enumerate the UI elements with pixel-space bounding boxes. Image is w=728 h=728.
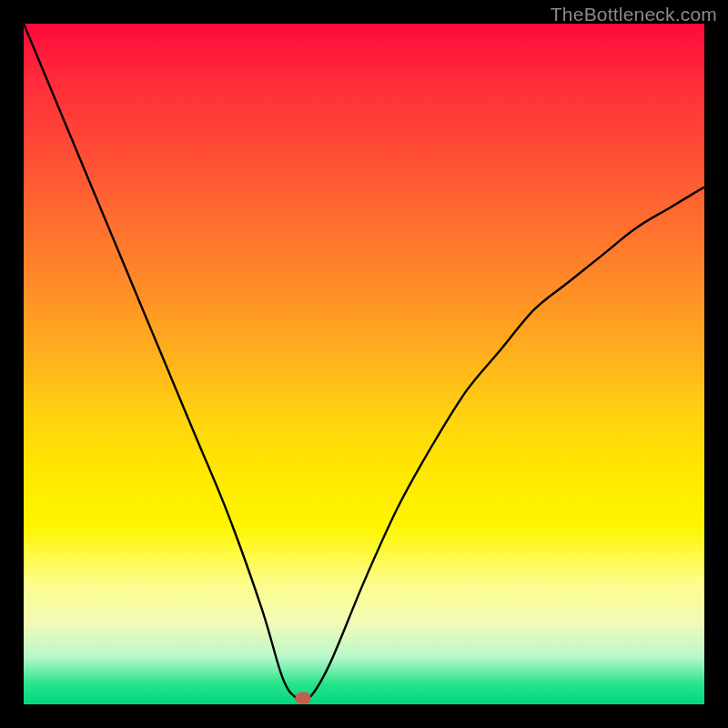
optimal-marker [295, 692, 310, 703]
curve-svg [24, 24, 704, 704]
watermark-text: TheBottleneck.com [551, 4, 717, 25]
bottleneck-curve [24, 24, 704, 701]
plot-area [24, 24, 704, 704]
chart-frame: TheBottleneck.com [0, 0, 728, 728]
